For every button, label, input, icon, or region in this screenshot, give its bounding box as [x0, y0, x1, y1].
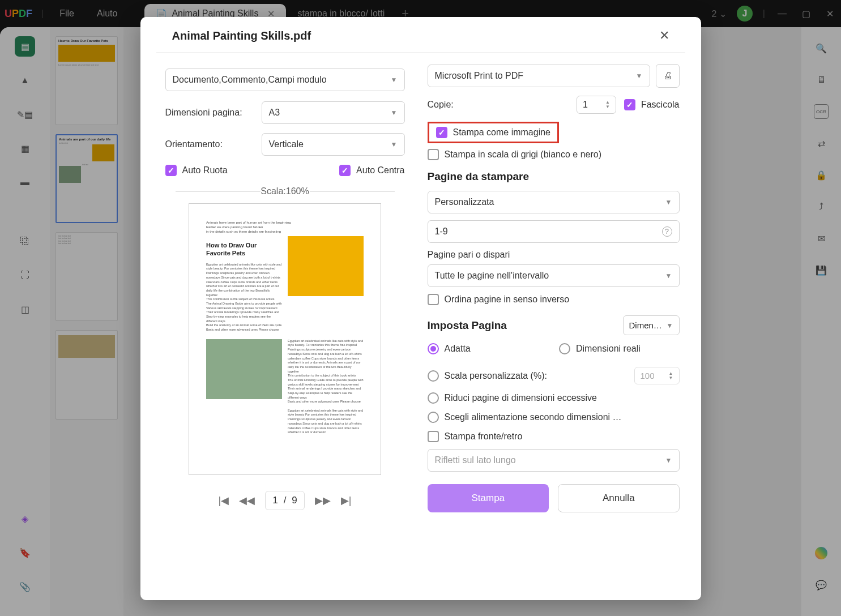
spinner-down[interactable]: ▼ — [605, 105, 610, 109]
radio-custom-scale[interactable] — [428, 370, 439, 382]
page-setup-mode-select[interactable]: Dimen… ▼ — [623, 315, 680, 335]
flip-value: Rifletti sul lato lungo — [435, 455, 516, 465]
print-preview: Animals have been part of human art from… — [189, 203, 381, 475]
reverse-checkbox[interactable] — [428, 294, 439, 305]
dialog-title: Animal Painting Skills.pdf — [172, 29, 311, 42]
odd-even-select[interactable]: Tutte le pagine nell'intervallo ▼ — [428, 264, 680, 287]
chevron-down-icon: ▼ — [636, 72, 643, 80]
grayscale-checkbox[interactable] — [428, 149, 439, 160]
flip-select[interactable]: Rifletti sul lato lungo ▼ — [428, 449, 680, 472]
print-dialog: Animal Painting Skills.pdf ✕ Documento,C… — [140, 17, 701, 600]
radio-source-label: Scegli alimentazione secondo dimensioni … — [445, 412, 622, 422]
radio-actual[interactable] — [559, 343, 570, 354]
custom-scale-value: 100 — [641, 371, 655, 380]
pager-total: 9 — [292, 495, 297, 506]
spinner-down[interactable]: ▼ — [669, 376, 673, 380]
auto-rotate-checkbox[interactable] — [165, 165, 177, 176]
chevron-down-icon: ▼ — [391, 140, 398, 148]
odd-even-label: Pagine pari o dispari — [428, 250, 680, 260]
page-range-mode-select[interactable]: Personalizzata ▼ — [428, 191, 680, 213]
chevron-down-icon: ▼ — [391, 76, 398, 84]
radio-fit-label: Adatta — [445, 344, 471, 354]
chevron-down-icon: ▼ — [665, 198, 672, 206]
printer-select[interactable]: Microsoft Print to PDF ▼ — [428, 65, 650, 87]
pager-input[interactable]: 1 / 9 — [265, 491, 305, 510]
scale-label: Scala:160% — [165, 186, 405, 196]
pages-section-heading: Pagine da stampare — [428, 170, 680, 183]
chevron-down-icon: ▼ — [665, 456, 672, 464]
printer-value: Microsoft Print to PDF — [435, 71, 523, 81]
pager-current: 1 — [272, 495, 278, 506]
cancel-button[interactable]: Annulla — [558, 484, 680, 512]
printer-properties-button[interactable]: 🖨 — [656, 64, 680, 88]
radio-custom-label: Scala personalizzata (%): — [445, 371, 547, 381]
copies-label: Copie: — [428, 100, 569, 110]
dialog-close-button[interactable]: ✕ — [659, 28, 669, 43]
duplex-checkbox[interactable] — [428, 431, 439, 442]
content-select[interactable]: Documento,Commento,Campi modulo ▼ — [165, 69, 405, 91]
orientation-select[interactable]: Verticale ▼ — [262, 133, 405, 156]
collate-checkbox[interactable] — [624, 99, 635, 110]
orientation-label: Orientamento: — [165, 139, 262, 149]
duplex-label: Stampa fronte/retro — [445, 431, 523, 442]
collate-label: Fascicola — [641, 100, 680, 110]
page-size-label: Dimensioni pagina: — [165, 108, 262, 118]
pager-prev[interactable]: ◀◀ — [239, 494, 255, 507]
radio-actual-label: Dimensioni reali — [576, 344, 641, 354]
print-as-image-checkbox[interactable] — [436, 127, 447, 138]
copies-input[interactable]: 1 ▲▼ — [577, 96, 616, 114]
range-mode-value: Personalizzata — [435, 197, 494, 207]
chevron-down-icon: ▼ — [391, 109, 398, 117]
reverse-label: Ordina pagine in senso inverso — [445, 294, 570, 305]
chevron-down-icon: ▼ — [665, 272, 672, 280]
print-as-image-label: Stampa come immagine — [453, 127, 551, 138]
pager-next[interactable]: ▶▶ — [315, 494, 331, 507]
custom-scale-input[interactable]: 100 ▲▼ — [634, 367, 680, 384]
grayscale-label: Stampa in scala di grigi (bianco e nero) — [445, 149, 601, 160]
pager-sep: / — [284, 495, 287, 506]
odd-even-value: Tutte le pagine nell'intervallo — [435, 271, 549, 281]
chevron-down-icon: ▼ — [667, 322, 673, 330]
auto-rotate-label: Auto Ruota — [182, 165, 228, 176]
print-button[interactable]: Stampa — [428, 484, 549, 512]
range-value: 1-9 — [435, 226, 448, 237]
orientation-value: Verticale — [269, 139, 304, 149]
pager-first[interactable]: |◀ — [218, 494, 229, 507]
content-select-value: Documento,Commento,Campi modulo — [173, 75, 327, 85]
page-size-select[interactable]: A3 ▼ — [262, 101, 405, 124]
radio-shrink[interactable] — [428, 392, 439, 404]
highlight-annotation: Stampa come immagine — [428, 122, 560, 143]
page-size-value: A3 — [269, 108, 280, 118]
radio-source[interactable] — [428, 412, 439, 423]
radio-fit[interactable] — [428, 343, 439, 354]
page-setup-heading: Imposta Pagina — [428, 319, 507, 332]
page-range-input[interactable]: 1-9 ? — [428, 220, 680, 243]
info-icon[interactable]: ? — [662, 226, 672, 237]
page-setup-mode-value: Dimen… — [629, 320, 662, 330]
pager-last[interactable]: ▶| — [341, 494, 352, 507]
modal-overlay: Animal Painting Skills.pdf ✕ Documento,C… — [0, 0, 841, 616]
preview-heading: How to Draw Our Favorite Pets — [206, 242, 282, 256]
auto-center-label: Auto Centra — [356, 165, 404, 176]
copies-value: 1 — [583, 100, 588, 110]
radio-shrink-label: Riduci pagine di dimensioni eccessive — [445, 393, 597, 403]
auto-center-checkbox[interactable] — [339, 165, 351, 176]
